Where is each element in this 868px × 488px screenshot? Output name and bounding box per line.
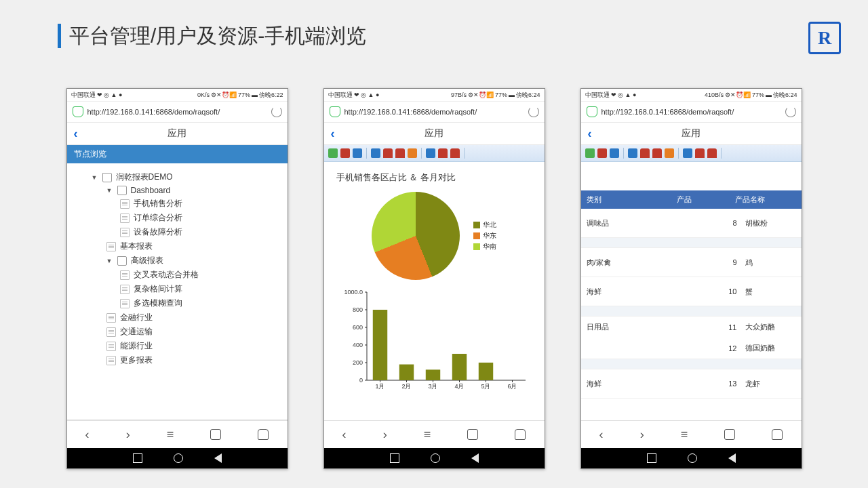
app-title: 应用 [167,127,186,140]
print-pdf-icon[interactable] [652,148,662,158]
url-text[interactable]: http://192.168.0.141:6868/demo/raqsoft/ [344,108,524,116]
print-pdf-icon[interactable] [395,148,405,158]
tree-item[interactable]: 交叉表动态合并格 [71,268,283,282]
tree-folder-advanced[interactable]: ▼高级报表 [71,253,283,268]
browser-nav: ‹ › ≡ [324,420,545,448]
export-pdf-icon[interactable] [597,148,607,158]
url-bar[interactable]: http://192.168.0.141:6868/demo/raqsoft/ [324,102,545,123]
doc-icon [120,214,130,223]
print-icon[interactable] [371,148,380,158]
app-bar: ‹ 应用 [67,123,288,145]
back-button-icon[interactable] [728,453,736,463]
table-row[interactable]: 调味品8胡椒粉 [581,209,802,238]
tree-item[interactable]: 手机销售分析 [71,197,283,211]
svg-rect-23 [452,354,467,380]
table-row[interactable]: 海鲜10蟹 [581,277,802,306]
nav-home-icon[interactable] [772,429,783,440]
table-row[interactable]: 肉/家禽9鸡 [581,248,802,277]
export-icon[interactable] [408,148,417,158]
export-excel-icon[interactable] [328,148,338,158]
browser-nav: ‹ › ≡ [581,420,802,448]
export-icon[interactable] [665,148,674,158]
svg-rect-14 [373,310,387,380]
print-pdf-icon[interactable] [438,148,448,158]
doc-icon [120,299,130,308]
tree-item[interactable]: 能源行业 [71,339,283,353]
print-pdf-icon[interactable] [695,148,705,158]
print-pdf-icon[interactable] [450,148,460,158]
tree-root[interactable]: ▼润乾报表DEMO [71,170,283,184]
home-button-icon[interactable] [174,453,183,463]
android-nav [324,448,545,468]
table-row[interactable]: 海鲜13龙虾 [581,369,802,399]
nav-back-icon[interactable]: ‹ [599,428,604,442]
tree-item[interactable]: 金融行业 [71,310,283,325]
url-bar[interactable]: http://192.168.0.141:6868/demo/raqsoft/ [67,102,288,123]
tree-item[interactable]: 订单综合分析 [71,211,283,225]
export-word-icon[interactable] [353,148,362,158]
url-text[interactable]: http://192.168.0.141:6868/demo/raqsoft/ [87,108,267,116]
tree-item[interactable]: 多选模糊查询 [71,296,283,310]
url-bar[interactable]: http://192.168.0.141:6868/demo/raqsoft/ [581,102,802,123]
doc-icon [106,313,116,323]
back-button-icon[interactable] [471,453,479,463]
tree-folder-dashboard[interactable]: ▼Dashboard [71,184,283,197]
tree-item[interactable]: 复杂格间计算 [71,282,283,296]
svg-text:0: 0 [359,377,363,384]
tree-folder-basic[interactable]: 基本报表 [71,239,283,253]
status-bar: 中国联通 ❤ ◎ ▲ ● 410B/s ⚙✕⏰📶 77% ▬ 傍晚6:24 [581,89,802,102]
back-icon[interactable]: ‹ [331,127,335,141]
doc-icon [106,342,116,351]
export-excel-icon[interactable] [585,148,595,158]
nav-tabs-icon[interactable] [467,429,478,440]
status-bar: 中国联通 ❤ ◎ ▲ ● 0K/s ⚙✕⏰📶 77% ▬ 傍晚6:22 [67,89,288,102]
reload-icon[interactable] [271,106,282,117]
nav-tabs-icon[interactable] [210,429,221,440]
recent-apps-icon[interactable] [647,453,656,463]
back-icon[interactable]: ‹ [74,127,78,141]
nav-tabs-icon[interactable] [724,429,735,440]
app-bar: ‹ 应用 [324,123,545,145]
status-bar: 中国联通 ❤ ◎ ▲ ● 97B/s ⚙✕⏰📶 77% ▬ 傍晚6:24 [324,89,545,102]
nav-forward-icon[interactable]: › [640,428,644,442]
recent-apps-icon[interactable] [390,453,399,463]
print-pdf-icon[interactable] [640,148,650,158]
bar-chart: 02004006008001000.01月2月3月4月5月6月 [336,287,532,395]
export-word-icon[interactable] [610,148,619,158]
nav-menu-icon[interactable]: ≡ [424,428,431,442]
print-pdf-icon[interactable] [707,148,717,158]
svg-text:3月: 3月 [428,383,437,390]
print-pdf-icon[interactable] [383,148,393,158]
nav-menu-icon[interactable]: ≡ [167,428,174,442]
home-button-icon[interactable] [688,453,697,463]
nav-forward-icon[interactable]: › [383,428,387,442]
col-name: 产品名称 [735,195,796,205]
tree-item[interactable]: 交通运输 [71,325,283,339]
reload-icon[interactable] [785,106,796,117]
recent-apps-icon[interactable] [133,453,142,463]
pie-chart [372,192,460,280]
print-icon[interactable] [628,148,637,158]
table-row[interactable]: 日用品11大众奶酪 12德国奶酪 [581,317,802,359]
print-icon[interactable] [683,148,692,158]
home-button-icon[interactable] [431,453,440,463]
url-text[interactable]: http://192.168.0.141:6868/demo/raqsoft/ [601,108,781,116]
print-icon[interactable] [426,148,435,158]
app-title: 应用 [682,127,701,140]
nav-back-icon[interactable]: ‹ [85,428,90,442]
export-pdf-icon[interactable] [340,148,350,158]
nav-menu-icon[interactable]: ≡ [681,428,688,442]
nav-back-icon[interactable]: ‹ [342,428,347,442]
nav-forward-icon[interactable]: › [126,428,130,442]
nav-home-icon[interactable] [258,429,269,440]
svg-text:800: 800 [353,306,363,313]
back-button-icon[interactable] [214,453,222,463]
doc-icon [106,327,116,337]
nav-home-icon[interactable] [515,429,526,440]
back-icon[interactable]: ‹ [588,127,592,141]
net-speed: 0K/s [197,92,210,98]
svg-text:5月: 5月 [481,383,490,390]
tree-item[interactable]: 设备故障分析 [71,225,283,239]
reload-icon[interactable] [528,106,539,117]
tree-item[interactable]: 更多报表 [71,353,283,367]
